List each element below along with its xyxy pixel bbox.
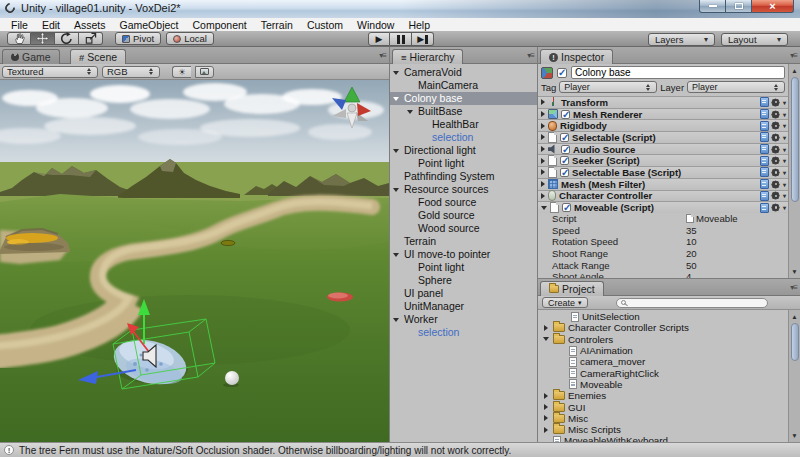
scroll-up-icon[interactable]: ▲ [790,66,799,75]
project-item[interactable]: Enemies [538,390,788,401]
local-button[interactable]: Local [166,32,214,45]
hierarchy-item[interactable]: HealthBar [390,118,537,131]
component-checkbox[interactable] [561,145,570,154]
search-input[interactable] [629,298,763,308]
scrollbar-thumb[interactable] [791,323,799,361]
gameobject-name-field[interactable] [571,66,785,79]
status-bar[interactable]: The tree Fern must use the Nature/Soft O… [0,442,800,457]
food-source-disc[interactable] [221,240,235,245]
shoot-range-value[interactable]: 20 [686,248,697,259]
component-header-mesh-filter[interactable]: Mesh (Mesh Filter) [538,178,788,190]
hierarchy-item[interactable]: MainCamera [390,79,537,92]
scroll-down-icon[interactable]: ▼ [790,267,799,276]
help-book-icon[interactable] [760,109,769,119]
hierarchy-item[interactable]: Point light [390,261,537,274]
active-checkbox[interactable] [557,68,567,78]
help-book-icon[interactable] [760,179,769,189]
project-item[interactable]: Misc [538,413,788,424]
foldout-icon[interactable] [543,337,549,341]
hierarchy-item[interactable]: Point light [390,157,537,170]
maximize-button[interactable] [726,0,752,13]
help-book-icon[interactable] [760,191,769,201]
hierarchy-item[interactable]: selection [390,131,537,144]
project-item[interactable]: UnitSelection [538,311,788,322]
foldout-icon[interactable] [393,149,399,153]
inspector-scrollbar[interactable]: ▲ ▼ [788,64,800,278]
hierarchy-item[interactable]: BuiltBase [390,105,537,118]
gear-icon[interactable] [773,100,778,105]
gear-icon[interactable] [773,123,778,128]
pivot-button[interactable]: Pivot [115,32,161,45]
component-header-mesh-renderer[interactable]: Mesh Renderer [538,108,788,120]
component-checkbox[interactable] [560,133,569,142]
pane-menu-icon[interactable] [527,51,534,60]
foldout-icon[interactable] [544,325,548,331]
scene-effects-toggle[interactable] [195,66,214,78]
foldout-icon[interactable] [541,158,545,164]
hierarchy-item[interactable]: Resource sources [390,183,537,196]
pause-button[interactable] [390,32,412,46]
menu-terrain[interactable]: Terrain [254,19,300,31]
component-checkbox[interactable] [561,110,570,119]
gear-icon[interactable] [773,205,778,210]
foldout-icon[interactable] [393,318,399,322]
pane-menu-icon[interactable] [790,51,797,60]
gear-icon[interactable] [773,193,778,198]
rotate-tool-button[interactable] [55,32,79,45]
foldout-icon[interactable] [541,169,545,175]
menu-gameobject[interactable]: GameObject [113,19,186,31]
foldout-icon[interactable] [393,97,399,101]
scale-tool-button[interactable] [79,32,103,45]
help-book-icon[interactable] [760,144,769,154]
layout-dropdown[interactable]: Layout▾ [721,33,788,46]
foldout-icon[interactable] [541,181,545,187]
foldout-icon[interactable] [544,393,548,399]
hierarchy-item[interactable]: UI panel [390,287,537,300]
render-mode-dropdown[interactable]: RGB [102,66,160,78]
menu-help[interactable]: Help [401,19,437,31]
pane-menu-icon[interactable] [379,51,386,60]
scene-lighting-toggle[interactable]: ☀ [172,66,191,78]
foldout-icon[interactable] [544,404,548,410]
foldout-icon[interactable] [393,71,399,75]
menu-component[interactable]: Component [185,19,253,31]
hierarchy-item[interactable]: Pathfinding System [390,170,537,183]
hierarchy-item[interactable]: Gold source [390,209,537,222]
component-checkbox[interactable] [560,168,569,177]
scene-3d-view[interactable] [0,80,389,442]
move-tool-button[interactable] [31,32,55,45]
help-book-icon[interactable] [760,121,769,131]
layer-dropdown[interactable]: Player [687,81,785,93]
menu-edit[interactable]: Edit [35,19,67,31]
project-item[interactable]: Controlers [538,334,788,345]
hierarchy-item[interactable]: UnitManager [390,300,537,313]
menu-assets[interactable]: Assets [67,19,113,31]
project-item[interactable]: camera_mover [538,356,788,367]
component-header-rigidbody[interactable]: Rigidbody [538,119,788,131]
close-button[interactable]: × [752,0,794,13]
foldout-icon[interactable] [541,111,545,117]
shoot-angle-value[interactable]: 4 [686,271,691,278]
create-button[interactable]: Create▾ [542,297,588,308]
hierarchy-item[interactable]: Sphere [390,274,537,287]
enemy-disc[interactable] [327,293,353,302]
tab-hierarchy[interactable]: Hierarchy [392,49,463,64]
help-book-icon[interactable] [760,167,769,177]
help-book-icon[interactable] [760,132,769,142]
menu-custom[interactable]: Custom [300,19,350,31]
gear-icon[interactable] [773,182,778,187]
step-button[interactable]: ▶ [412,32,434,46]
gear-icon[interactable] [773,135,778,140]
gear-icon[interactable] [773,170,778,175]
component-header-audio-source[interactable]: Audio Source [538,143,788,155]
hierarchy-item-selected[interactable]: Colony base [390,92,537,105]
hierarchy-item[interactable]: Wood source [390,222,537,235]
minimize-button[interactable] [699,0,726,13]
tag-dropdown[interactable]: Player [559,81,657,93]
component-checkbox[interactable] [560,156,569,165]
foldout-icon[interactable] [541,206,547,210]
component-header-selectable[interactable]: Selectable (Script) [538,131,788,143]
help-book-icon[interactable] [760,156,769,166]
hierarchy-item[interactable]: CameraVoid [390,66,537,79]
tab-project[interactable]: Project [540,281,604,296]
